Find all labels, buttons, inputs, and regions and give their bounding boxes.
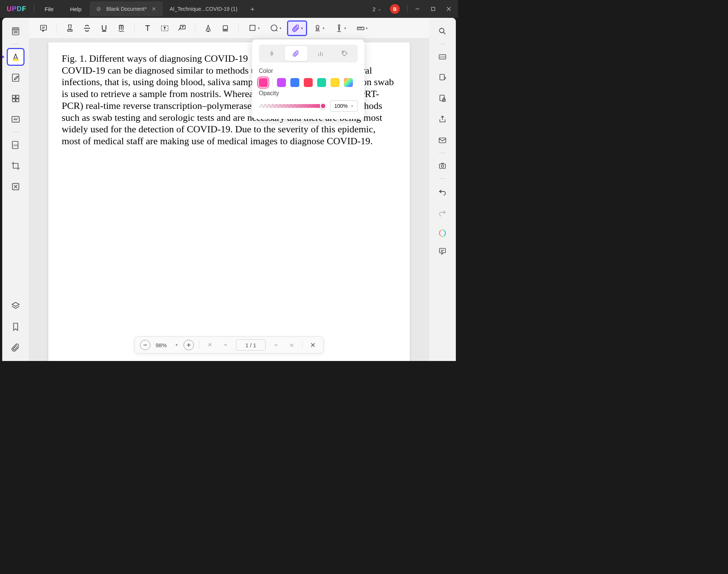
crop-button[interactable] <box>7 157 25 175</box>
svg-point-50 <box>343 52 344 53</box>
svg-rect-12 <box>16 95 19 98</box>
chevron-down-icon: ▾ <box>366 26 368 30</box>
close-window-button[interactable] <box>441 0 457 18</box>
right-rail: OCR <box>429 18 456 361</box>
opacity-handle[interactable] <box>320 103 326 109</box>
new-tab-button[interactable]: ＋ <box>244 4 261 13</box>
pencil-tool[interactable] <box>200 20 216 36</box>
color-swatch[interactable] <box>304 78 313 87</box>
chevron-down-icon: ▾ <box>258 26 260 30</box>
popup-tab-tag[interactable] <box>334 46 357 61</box>
color-swatches <box>259 78 358 87</box>
undo-button[interactable] <box>434 183 451 200</box>
ocr-button[interactable]: OCR <box>434 48 451 66</box>
svg-rect-65 <box>439 138 446 143</box>
window-count[interactable]: 2 ⌄ <box>369 6 385 12</box>
convert-button[interactable] <box>434 69 451 87</box>
email-button[interactable] <box>434 131 451 149</box>
svg-rect-5 <box>14 29 18 30</box>
note-tool[interactable] <box>36 20 51 36</box>
close-bar-button[interactable] <box>307 340 318 350</box>
last-page-button[interactable] <box>286 340 297 350</box>
screenshot-button[interactable] <box>434 157 451 175</box>
svg-rect-22 <box>68 30 72 31</box>
fill-sign-button[interactable] <box>7 110 25 128</box>
protect-button[interactable] <box>434 90 451 107</box>
svg-point-40 <box>316 25 319 28</box>
redo-button[interactable] <box>434 203 451 221</box>
chevron-down-icon: ⌄ <box>378 7 381 12</box>
tab-active[interactable]: ⊘ Blank Document* ✕ <box>90 1 163 16</box>
document-viewport[interactable]: Fig. 1. Different ways of diagnosing COV… <box>29 39 429 361</box>
layers-button[interactable] <box>7 297 25 315</box>
color-picker-button[interactable] <box>344 78 353 87</box>
edit-tool-button[interactable] <box>7 69 25 87</box>
svg-rect-13 <box>12 99 15 102</box>
opacity-select[interactable]: 100%▼ <box>330 100 358 112</box>
left-rail <box>2 18 29 361</box>
popup-tab-pin[interactable] <box>260 46 283 61</box>
popup-tab-paperclip[interactable] <box>285 46 308 61</box>
popup-tab-graph[interactable] <box>309 46 332 61</box>
comments-panel-button[interactable] <box>434 242 451 260</box>
comment-tool-button[interactable] <box>7 48 25 66</box>
measure-tool[interactable]: ▾ <box>352 20 372 36</box>
text-tool[interactable] <box>140 20 155 36</box>
opacity-label: Opacity <box>259 90 358 97</box>
organize-pages-button[interactable] <box>7 90 25 107</box>
menu-help[interactable]: Help <box>62 6 90 12</box>
tab-title: AI_Technique...COVID-19 (1) <box>170 6 237 12</box>
reader-mode-button[interactable] <box>7 22 25 40</box>
opacity-slider[interactable] <box>259 104 326 108</box>
svg-rect-68 <box>439 248 445 253</box>
page-input[interactable]: 1 / 1 <box>236 339 265 351</box>
first-page-button[interactable] <box>204 340 215 350</box>
user-avatar[interactable]: B <box>390 4 400 14</box>
svg-text:OCR: OCR <box>439 56 445 58</box>
compress-button[interactable] <box>7 178 25 196</box>
tab-title: Blank Document* <box>106 6 146 12</box>
ai-assistant-button[interactable] <box>434 224 451 242</box>
svg-rect-19 <box>41 25 46 30</box>
share-button[interactable] <box>434 110 451 128</box>
color-swatch[interactable] <box>259 78 268 87</box>
search-button[interactable] <box>434 22 451 40</box>
zoom-out-button[interactable] <box>140 340 151 350</box>
shape-tool[interactable]: ▾ <box>244 20 264 36</box>
next-page-button[interactable] <box>271 340 281 350</box>
minimize-button[interactable] <box>410 0 425 18</box>
color-swatch[interactable] <box>317 78 326 87</box>
eraser-tool[interactable] <box>218 20 233 36</box>
bookmark-button[interactable] <box>7 318 25 336</box>
sticker-tool[interactable]: ▾ <box>265 20 286 36</box>
highlight-tool[interactable] <box>62 20 78 36</box>
strikethrough-tool[interactable] <box>79 20 95 36</box>
maximize-button[interactable] <box>425 0 441 18</box>
svg-rect-37 <box>223 29 228 31</box>
color-swatch[interactable] <box>277 78 286 87</box>
squiggly-tool[interactable] <box>113 20 129 36</box>
redact-button[interactable] <box>7 136 25 154</box>
textbox-tool[interactable] <box>157 20 173 36</box>
underline-tool[interactable] <box>96 20 112 36</box>
close-icon[interactable]: ✕ <box>152 6 156 12</box>
menu-file[interactable]: File <box>36 6 62 12</box>
svg-rect-17 <box>14 145 18 146</box>
prev-page-button[interactable] <box>220 340 231 350</box>
svg-rect-62 <box>440 74 444 80</box>
attachment-tool[interactable]: ▾ <box>287 20 307 36</box>
stamp-tool[interactable]: ▾ <box>309 20 329 36</box>
zoom-in-button[interactable] <box>183 340 194 350</box>
callout-tool[interactable] <box>174 20 190 36</box>
zoom-select[interactable]: 98%▼ <box>156 342 178 348</box>
color-swatch[interactable] <box>290 78 299 87</box>
tab-inactive[interactable]: AI_Technique...COVID-19 (1) <box>163 1 244 16</box>
title-bar: UPDF File Help ⊘ Blank Document* ✕ AI_Te… <box>0 0 458 18</box>
attachment-button[interactable] <box>7 339 25 357</box>
svg-rect-36 <box>223 26 228 29</box>
signature-tool[interactable]: ▾ <box>330 20 350 36</box>
svg-rect-38 <box>250 25 255 30</box>
color-label: Color <box>259 68 358 74</box>
svg-point-67 <box>441 165 444 167</box>
color-swatch[interactable] <box>331 78 339 87</box>
